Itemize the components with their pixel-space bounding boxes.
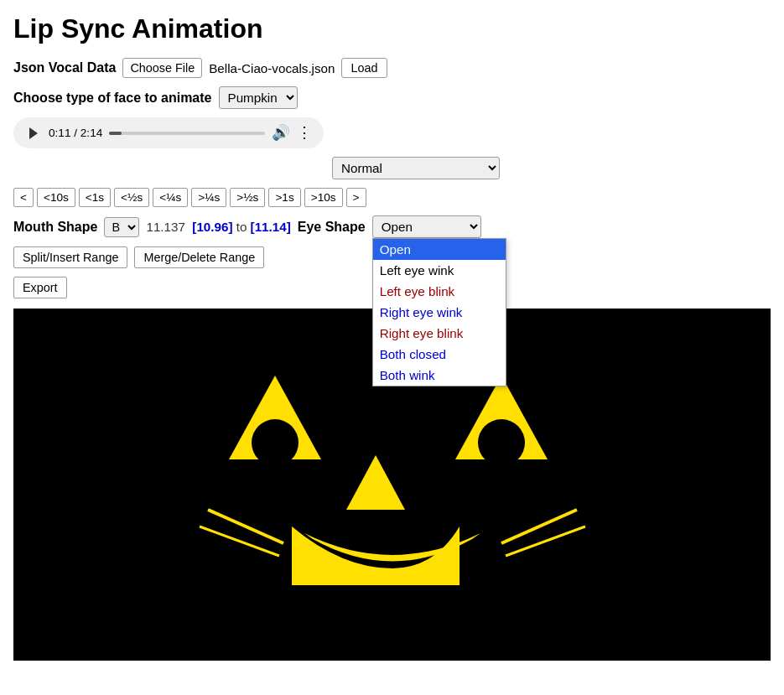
current-time: 0:11 [49, 127, 70, 139]
play-icon [29, 127, 38, 139]
face-type-select[interactable]: Pumpkin Human Cat Dog [219, 86, 298, 109]
svg-point-5 [478, 419, 525, 466]
progress-bar[interactable] [109, 132, 265, 135]
nav-prev-10s[interactable]: <10s [37, 188, 75, 207]
time-value: 11.137 [10.96] to [11.14] [146, 220, 290, 234]
face-type-row: Choose type of face to animate Pumpkin H… [13, 86, 771, 109]
eye-option-left-wink[interactable]: Left eye wink [373, 260, 506, 281]
load-button[interactable]: Load [341, 58, 387, 78]
export-button[interactable]: Export [13, 277, 67, 298]
page-title: Lip Sync Animation [13, 13, 771, 44]
face-type-label: Choose type of face to animate [13, 91, 212, 106]
eye-dropdown-open: Open Left eye wink Left eye blink Right … [372, 238, 506, 386]
choose-file-button[interactable]: Choose File [122, 58, 202, 78]
eye-shape-wrap: Open Open Left eye wink Left eye blink R… [372, 215, 481, 238]
nav-next-10s[interactable]: >10s [304, 188, 343, 207]
eye-option-left-blink[interactable]: Left eye blink [373, 281, 506, 302]
eye-option-both-wink[interactable]: Both wink [373, 365, 506, 386]
more-icon[interactable]: ⋮ [297, 124, 312, 142]
json-label: Json Vocal Data [13, 60, 116, 75]
nav-next-half[interactable]: >½s [230, 188, 265, 207]
range-start-bracket: [10.96] [192, 220, 232, 234]
eye-option-right-blink[interactable]: Right eye blink [373, 323, 506, 344]
svg-rect-7 [388, 585, 426, 610]
nav-prev-far[interactable]: < [13, 188, 34, 207]
volume-icon[interactable]: 🔊 [272, 124, 290, 142]
eye-option-both-closed[interactable]: Both closed [373, 344, 506, 365]
filename-display: Bella-Ciao-vocals.json [209, 61, 335, 75]
nav-prev-half[interactable]: <½s [114, 188, 149, 207]
mouth-select[interactable]: A B C D E F G H X [104, 217, 139, 237]
svg-point-2 [252, 419, 299, 466]
audio-time: 0:11 / 2:14 [49, 127, 102, 139]
mouth-label: Mouth Shape [13, 220, 97, 235]
range-end-bracket: [11.14] [251, 220, 291, 234]
range-label: [10.96] to [11.14] [189, 220, 291, 234]
normal-select-wrap: Normal Slow Fast [332, 157, 771, 179]
play-button[interactable] [25, 125, 42, 142]
eye-label: Eye Shape [298, 220, 366, 235]
range-start: 10.96 [196, 220, 228, 234]
eye-option-open[interactable]: Open [373, 239, 506, 260]
nav-next-far[interactable]: > [346, 188, 366, 207]
eye-select[interactable]: Open [372, 215, 481, 238]
json-vocal-row: Json Vocal Data Choose File Bella-Ciao-v… [13, 58, 771, 78]
nav-prev-quarter[interactable]: <¼s [153, 188, 188, 207]
nav-prev-1s[interactable]: <1s [79, 188, 111, 207]
total-time: 2:14 [80, 127, 102, 139]
split-insert-button[interactable]: Split/Insert Range [13, 246, 127, 268]
eye-option-right-wink[interactable]: Right eye wink [373, 302, 506, 323]
nav-next-1s[interactable]: >1s [268, 188, 300, 207]
range-end: 11.14 [255, 220, 287, 234]
svg-rect-6 [321, 585, 359, 610]
progress-bar-fill [109, 132, 122, 135]
nav-buttons-row: < <10s <1s <½s <¼s >¼s >½s >1s >10s > [13, 188, 771, 207]
mouth-eye-row: Mouth Shape A B C D E F G H X 11.137 [10… [13, 215, 771, 238]
nav-next-quarter[interactable]: >¼s [191, 188, 226, 207]
audio-player: 0:11 / 2:14 🔊 ⋮ [13, 117, 324, 148]
merge-delete-button[interactable]: Merge/Delete Range [134, 246, 264, 268]
current-frame-time: 11.137 [146, 220, 184, 234]
normal-select[interactable]: Normal Slow Fast [332, 157, 500, 179]
